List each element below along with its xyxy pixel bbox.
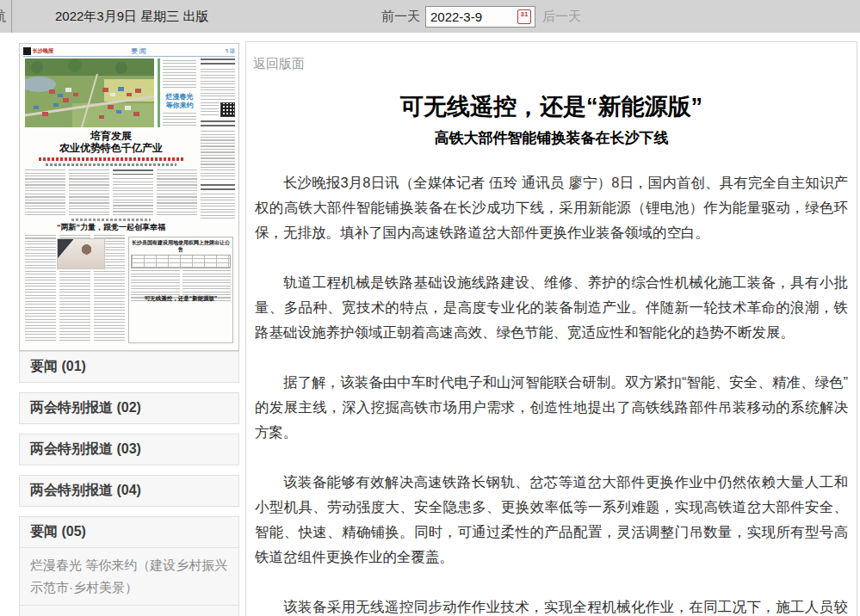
sidebar-section-05[interactable]: 要闻 (05) [20, 517, 238, 547]
thumb-qr-row [201, 102, 235, 117]
day-navigation: 前一天 31 后一天 [381, 0, 581, 33]
thumb-headline-block [201, 120, 235, 128]
sidebar-section-02[interactable]: 两会特别报道 (02) [19, 392, 239, 424]
sidebar-section-05-group: 要闻 (05) 烂漫春光 等你来约（建设乡村振兴示范市·乡村美景） 培育发展农业… [19, 516, 239, 616]
top-toolbar: 航 2022年3月9日 星期三 出版 前一天 31 后一天 [0, 0, 860, 33]
thumb-page-header: 长沙晚报 要闻 5 版 [23, 46, 235, 57]
article-panel: 返回版面 可无线遥控，还是“新能源版” 高铁大部件智能铺换装备在长沙下线 长沙晚… [245, 41, 857, 616]
date-picker: 31 [425, 6, 535, 28]
sidebar-article-link[interactable]: 培育发展农业优势特色千亿产业 [20, 605, 238, 616]
thumb-text-block [25, 169, 65, 216]
back-to-page-link[interactable]: 返回版面 [253, 56, 305, 72]
thumb-text-block [25, 235, 56, 343]
thumb-body-columns [25, 169, 197, 216]
sidebar-section-01[interactable]: 要闻 (01) [19, 351, 239, 383]
thumb-headline-block [201, 59, 235, 66]
sidebar-article-link[interactable]: 烂漫春光 等你来约（建设乡村振兴示范市·乡村美景） [20, 547, 238, 605]
thumb-headline-block [201, 184, 235, 191]
newspaper-logo-icon [23, 47, 31, 55]
article-paragraph: 该装备能够有效解决高速铁路长钢轨、岔芯等道岔大部件更换作业中仍然依赖大量人工和小… [255, 470, 848, 570]
publish-date-label: 2022年3月9日 星期三 出版 [55, 0, 208, 33]
thumb-text-block [201, 194, 235, 219]
thumb-notice-box: 长沙县国有建设用地使用权网上挂牌出让公告 [128, 237, 233, 343]
thumb-second-headline: “两新”力量，跟党一起创享幸福 [25, 223, 197, 232]
thumb-text-block [69, 169, 109, 216]
article-paragraph: 长沙晚报3月8日讯（全媒体记者 伍玲 通讯员 廖宁）8日，国内首创、具有完全自主… [255, 170, 848, 245]
thumb-article-photo [57, 238, 105, 269]
thumb-text-block [201, 131, 235, 181]
newspaper-page-preview: 长沙晚报 要闻 5 版 [20, 44, 238, 350]
date-input[interactable] [426, 9, 509, 24]
article-title: 可无线遥控，还是“新能源版” [253, 91, 850, 122]
thumb-text-block [163, 113, 196, 126]
thumb-text-block [201, 102, 219, 117]
thumb-text-block [113, 169, 153, 216]
next-day-link[interactable]: 后一天 [542, 9, 581, 25]
thumb-eyebrow-line [71, 219, 151, 221]
thumb-teaser-headline: 可无线遥控，还是“新能源版” [128, 295, 233, 302]
thumb-spring-box: 烂漫春光 等你来约 [163, 93, 196, 110]
article-paragraph: 轨道工程机械是铁路基础设施线路建设、维修、养护的综合性机械化施工装备，具有小批量… [255, 270, 848, 345]
sidebar-section-04[interactable]: 两会特别报道 (04) [19, 475, 239, 507]
thumb-red-subtitle [39, 157, 183, 161]
previous-day-link[interactable]: 前一天 [381, 9, 420, 25]
aerial-village-photo [25, 59, 154, 127]
thumb-page-number: 5 版 [226, 47, 235, 55]
article-paragraph: 该装备采用无线遥控同步动作作业技术，实现全程机械化作业，在同工况下，施工人员较行… [255, 594, 848, 616]
thumb-text-block [163, 60, 196, 89]
sidebar-section-03[interactable]: 两会特别报道 (03) [19, 434, 239, 465]
toolbar-divider [11, 0, 12, 33]
thumb-deck-line [46, 163, 176, 166]
digital-newspaper-app: 航 2022年3月9日 星期三 出版 前一天 31 后一天 长沙晚报 要闻 5 … [0, 0, 860, 616]
page-thumbnail[interactable]: 长沙晚报 要闻 5 版 [19, 43, 239, 351]
thumb-text-block [201, 69, 235, 100]
thumb-text-block [157, 169, 197, 216]
calendar-icon[interactable]: 31 [517, 9, 531, 24]
thumb-notice-table [131, 255, 231, 268]
article-body: 长沙晚报3月8日讯（全媒体记者 伍玲 通讯员 廖宁）8日，国内首创、具有完全自主… [253, 170, 850, 616]
clipped-nav-label: 航 [0, 0, 6, 33]
section-nav-list: 要闻 (01) 两会特别报道 (02) 两会特别报道 (03) 两会特别报道 (… [19, 351, 239, 616]
article-subtitle: 高铁大部件智能铺换装备在长沙下线 [253, 128, 850, 148]
qr-code-icon [220, 102, 235, 117]
thumb-masthead: 长沙晚报 [33, 47, 53, 55]
thumb-right-column [201, 59, 235, 227]
thumb-middle-column: 烂漫春光 等你来约 [158, 59, 197, 127]
thumb-main-headline: 培育发展 农业优势特色千亿产业 [25, 130, 197, 154]
article-paragraph: 据了解，该装备由中车时代电子和山河智能联合研制。双方紧扣“智能、安全、精准、绿色… [255, 370, 848, 445]
thumb-section-label: 要闻 [53, 46, 226, 56]
